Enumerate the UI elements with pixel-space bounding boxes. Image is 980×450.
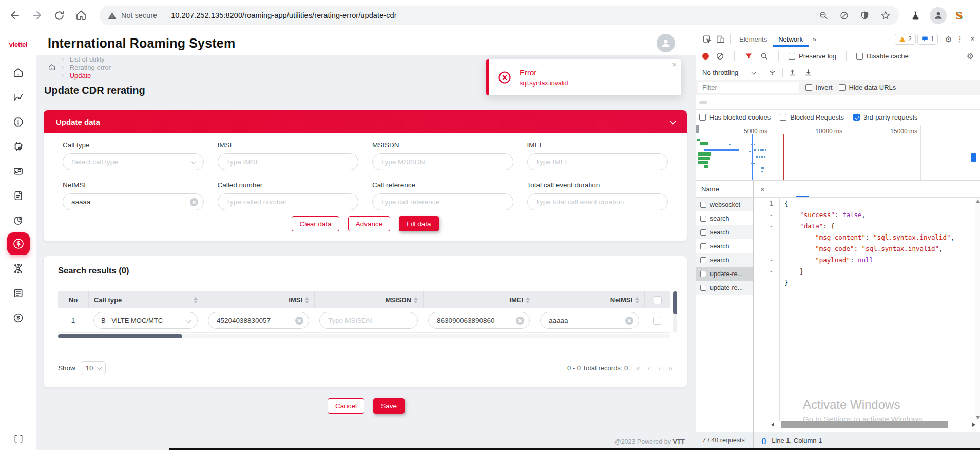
bookmark-star-icon[interactable] <box>880 10 891 21</box>
sort-icon[interactable] <box>194 297 198 303</box>
code-horizontal-scrollbar[interactable] <box>754 421 980 429</box>
select-all-checkbox[interactable] <box>654 296 662 304</box>
request-row[interactable]: search <box>696 211 753 225</box>
sort-icon[interactable] <box>414 297 418 303</box>
breadcrumb-item[interactable]: ›List of utility <box>62 55 111 63</box>
detail-tab[interactable] <box>772 181 784 197</box>
request-row[interactable]: search <box>696 239 753 253</box>
invert-checkbox[interactable]: Invert <box>805 84 833 91</box>
request-checkbox[interactable] <box>700 285 706 291</box>
extension-flask-icon[interactable] <box>910 10 921 21</box>
scroll-up-icon[interactable] <box>976 200 980 203</box>
clear-network-log-icon[interactable] <box>716 52 724 61</box>
code-vertical-scrollbar[interactable] <box>975 198 980 421</box>
hide-data-urls-checkbox[interactable]: Hide data URLs <box>839 84 896 91</box>
shield-icon[interactable] <box>860 11 870 21</box>
disable-cache-checkbox[interactable]: Disable cache <box>856 52 909 60</box>
clear-field-icon[interactable] <box>295 317 303 325</box>
scroll-right-icon[interactable] <box>972 423 975 427</box>
network-conditions-icon[interactable] <box>767 68 777 77</box>
row-msisdn-input[interactable] <box>319 312 418 329</box>
scrollbar-thumb[interactable] <box>781 421 948 428</box>
table-horizontal-scrollbar[interactable] <box>58 334 670 338</box>
row-neimsi-input[interactable] <box>540 312 639 329</box>
row-call-type-select[interactable]: B - ViLTE MOC/MTC <box>93 312 198 329</box>
devtools-menu-icon[interactable]: ⋮ <box>952 34 968 44</box>
col-neimsi[interactable]: NeIMSI <box>535 291 644 308</box>
messages-badge[interactable]: 1 <box>917 34 938 45</box>
back-icon[interactable] <box>8 9 22 22</box>
sidebar-item-analytics[interactable] <box>0 88 36 106</box>
request-checkbox[interactable] <box>700 229 706 236</box>
request-checkbox[interactable] <box>700 243 706 249</box>
blocked-content-icon[interactable] <box>839 11 849 21</box>
browser-profile-avatar[interactable] <box>930 7 947 24</box>
forward-icon[interactable] <box>30 9 44 22</box>
imsi-input[interactable] <box>218 153 359 170</box>
page-size-select[interactable]: 10 <box>81 361 106 375</box>
request-checkbox[interactable] <box>700 271 706 277</box>
sidebar-item-alerts[interactable] <box>0 112 36 131</box>
filter-icon[interactable] <box>744 52 753 61</box>
col-imsi[interactable]: IMSI <box>203 291 314 308</box>
col-imei[interactable]: IMEI <box>423 291 535 308</box>
call-reference-input[interactable] <box>372 193 513 210</box>
network-settings-icon[interactable]: ⚙ <box>967 51 974 61</box>
export-har-icon[interactable] <box>804 68 813 77</box>
home-icon[interactable] <box>74 9 88 22</box>
address-bar[interactable]: Not secure 10.207.252.135:8200/roaming-a… <box>100 6 899 25</box>
sort-icon[interactable] <box>526 297 530 303</box>
sidebar-item-home[interactable] <box>0 63 36 82</box>
request-checkbox[interactable] <box>700 202 706 208</box>
url-text[interactable]: 10.207.252.135:8200/roaming-app/utilitie… <box>171 11 397 19</box>
type-filter[interactable] <box>699 101 707 104</box>
fill-data-button[interactable]: Fill data <box>399 216 438 231</box>
toast-close-icon[interactable]: × <box>672 60 677 69</box>
device-toolbar-icon[interactable] <box>714 32 727 46</box>
called-number-input[interactable] <box>218 193 359 210</box>
warnings-badge[interactable]: 2 <box>895 34 916 45</box>
sidebar-item-wallet[interactable] <box>0 162 36 180</box>
import-har-icon[interactable] <box>788 68 797 77</box>
row-imei-input[interactable] <box>428 312 530 329</box>
preserve-log-checkbox[interactable]: Preserve log <box>789 52 836 60</box>
next-page-icon[interactable]: › <box>658 364 661 373</box>
row-imsi-input[interactable] <box>208 312 309 329</box>
breadcrumb-item[interactable]: ›Rerating error <box>62 63 111 71</box>
tab-network[interactable]: Network <box>773 31 809 47</box>
prev-page-icon[interactable]: ‹ <box>648 364 650 373</box>
row-checkbox[interactable] <box>653 317 661 325</box>
pretty-print-icon[interactable]: {} <box>761 437 766 444</box>
request-row[interactable]: search <box>696 225 753 239</box>
detail-tab[interactable] <box>796 181 809 197</box>
request-row[interactable]: websocket <box>696 198 753 211</box>
reload-icon[interactable] <box>52 9 66 22</box>
sidebar-item-console[interactable] <box>0 429 36 448</box>
record-network-log-icon[interactable] <box>702 53 709 60</box>
search-icon[interactable] <box>760 52 768 61</box>
throttling-select[interactable]: No throttling <box>702 69 738 76</box>
sidebar-item-reports[interactable] <box>0 211 36 229</box>
inspect-element-icon[interactable] <box>700 32 714 46</box>
devtools-close-icon[interactable]: × <box>968 34 980 44</box>
network-filter-input[interactable] <box>698 82 799 93</box>
request-checkbox[interactable] <box>700 216 706 222</box>
col-msisdn[interactable]: MSISDN <box>314 291 423 308</box>
detail-tab[interactable] <box>784 181 796 197</box>
neimsi-input[interactable] <box>63 193 204 210</box>
cancel-button[interactable]: Cancel <box>328 398 364 414</box>
sidebar-item-documents[interactable] <box>0 186 36 205</box>
total-duration-input[interactable] <box>527 193 668 210</box>
clear-data-button[interactable]: Clear data <box>292 216 339 231</box>
collapse-chevron-icon[interactable] <box>670 118 677 124</box>
sidebar-item-notes[interactable] <box>0 284 36 302</box>
breadcrumb-item[interactable]: ›Update <box>62 71 111 80</box>
network-overview-timeline[interactable]: 5000 ms 10000 ms 15000 ms <box>696 125 980 181</box>
breadcrumb-home-icon[interactable] <box>48 63 56 71</box>
update-data-header[interactable]: Update data <box>44 110 687 133</box>
sidebar-item-finance-active[interactable] <box>7 232 30 255</box>
msisdn-input[interactable] <box>372 153 513 170</box>
request-checkbox[interactable] <box>700 257 706 263</box>
sidebar-item-billing[interactable] <box>0 308 36 327</box>
scroll-left-icon[interactable] <box>771 423 774 427</box>
